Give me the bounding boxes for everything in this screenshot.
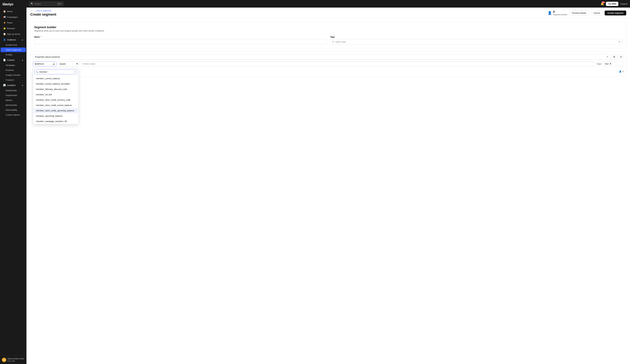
avatar: BA <box>2 358 6 362</box>
dropdown-search-icon: 🔍 <box>36 71 38 73</box>
analytics-section-header[interactable]: 📊 Analytics ▲ <box>1 82 26 88</box>
filter-row: $address1 ▲ equals ▼ Type: Text ▼ <box>33 61 624 66</box>
delete-condition-button[interactable]: 🗑 <box>612 54 617 59</box>
condition-type-select[interactable]: Properties about someone ▼ <box>33 54 610 59</box>
account-info[interactable]: BA Babossa-BBQ GmbH & Co. KG <box>0 356 26 364</box>
sidebar-item-reviews[interactable]: ⭐ Reviews <box>1 26 26 31</box>
audience-icon: 👤 <box>3 38 6 41</box>
search-placeholder: Search <box>35 3 41 5</box>
trash-icon: 🗑 <box>613 55 616 58</box>
field-dropdown: 🔍 ✕ memberr_current_balancememberr_curre… <box>33 68 78 124</box>
sidebar-item-benchmarks[interactable]: Benchmarks <box>1 103 26 107</box>
analytics-icon: 📊 <box>3 84 6 86</box>
notification-badge: 99+ <box>602 1 605 3</box>
operator-chevron-icon: ▼ <box>76 63 78 65</box>
page-header: ← ← Lists & segments Create segment 👤 0 … <box>26 7 630 18</box>
support-button[interactable]: Support <box>620 3 628 5</box>
profiles-count: 0 <box>553 10 567 13</box>
sidebar-item-metrics[interactable]: Metrics <box>1 98 26 102</box>
field-select[interactable]: $address1 ▲ <box>33 61 56 66</box>
sidebar-item-lists-segments[interactable]: Lists & segments <box>1 47 26 52</box>
copy-icon: ⧉ <box>620 55 622 58</box>
type-value: Text <box>605 63 608 65</box>
topbar-right: 🔔 99+ Try SMS Support <box>600 2 628 6</box>
account-name: Babossa-BBQ GmbH & Co. KG <box>8 358 24 362</box>
builder-form-row: Name * Tags 🏷 Select tags ▼ <box>34 36 622 44</box>
profiles-badge-count: 0 <box>622 70 624 73</box>
sidebar-item-products[interactable]: Products <box>1 68 26 72</box>
content-icon: 📄 <box>3 59 6 61</box>
campaigns-icon: 📢 <box>3 16 6 18</box>
dropdown-item[interactable]: memberr_store_credit_currency_code <box>34 97 78 102</box>
sidebar-item-coupons[interactable]: Coupons <box>1 78 26 82</box>
profile-icon: 👤 <box>548 11 552 15</box>
dropdown-search-input[interactable] <box>34 69 77 74</box>
search-box[interactable]: 🔍 Search ⌘ K <box>29 1 64 6</box>
content-area: ← ← Lists & segments Create segment 👤 0 … <box>26 7 630 364</box>
content-section-header[interactable]: 📄 Content ▲ <box>1 57 26 63</box>
analytics-chevron-icon: ▲ <box>22 84 23 86</box>
sidebar-item-signup-forms[interactable]: 📋 Sign-up forms <box>1 31 26 37</box>
dropdown-clear-icon[interactable]: ✕ <box>74 71 76 73</box>
signup-forms-icon: 📋 <box>3 33 6 35</box>
sidebar-item-templates[interactable]: Templates <box>1 63 26 67</box>
value-input[interactable] <box>81 61 596 66</box>
page-title: Create segment <box>30 12 56 16</box>
notification-button[interactable]: 🔔 99+ <box>600 2 604 5</box>
try-sms-button[interactable]: Try SMS <box>606 2 618 6</box>
create-segment-button[interactable]: Create segment <box>605 10 626 15</box>
sidebar-item-profiles[interactable]: Profiles <box>1 52 26 57</box>
segment-profiles-info: 👤 0 Segment profiles <box>548 10 567 16</box>
breadcrumb-text: ← Lists & segments <box>33 9 52 12</box>
dropdown-item[interactable]: memberr_upcoming_balance <box>34 113 78 119</box>
breadcrumb-arrow: ← <box>30 9 32 12</box>
sidebar-item-deliverability[interactable]: Deliverability <box>1 108 26 112</box>
segment-name-input[interactable] <box>34 39 326 44</box>
dropdown-item[interactable]: memberr_store_credit_current_balance <box>34 103 78 108</box>
operator-select[interactable]: equals ▼ <box>58 61 80 66</box>
sidebar-item-flows[interactable]: ⚡ Flows <box>1 20 26 25</box>
profiles-badge-icon: 👤 <box>619 70 622 73</box>
dropdown-item[interactable]: memberr_store_credit_upcoming_balance <box>34 108 78 113</box>
audience-chevron-icon: ▲ <box>22 39 23 41</box>
sidebar-item-growth-tools[interactable]: Growth tools <box>1 43 26 47</box>
condition-footer: ⊕ 👤 0 <box>33 69 624 74</box>
header-left: ← ← Lists & segments Create segment <box>30 9 56 16</box>
flows-icon: ⚡ <box>3 21 6 24</box>
sidebar-item-dashboards[interactable]: Dashboards <box>1 88 26 93</box>
field-value: $address1 <box>35 63 44 65</box>
sidebar-item-images-brand[interactable]: Images & brand <box>1 73 26 77</box>
tags-placeholder: Select tags <box>335 41 346 43</box>
logo[interactable]: klaviyo <box>0 0 26 8</box>
profiles-badge: 👤 0 <box>619 70 624 73</box>
builder-description: Segments allow you to track and analyze … <box>34 29 622 32</box>
tags-select[interactable]: 🏷 Select tags ▼ <box>330 39 622 44</box>
main-area: 🔍 Search ⌘ K 🔔 99+ Try SMS Support ← ← L… <box>26 0 630 364</box>
type-chevron-icon: ▼ <box>610 63 612 65</box>
sidebar-item-campaigns[interactable]: 📢 Campaigns <box>1 14 26 20</box>
sidebar-item-experiments[interactable]: Experiments <box>1 93 26 98</box>
type-label: Type: <box>597 63 602 65</box>
logo-text: klaviyo <box>2 2 13 6</box>
dropdown-item[interactable]: memberr_ref_link <box>34 92 78 97</box>
dropdown-item[interactable]: memberr_campaign_memberr_5€ <box>34 119 78 124</box>
tags-label: Tags <box>330 36 622 38</box>
breadcrumb[interactable]: ← ← Lists & segments <box>30 9 56 12</box>
dropdown-list: memberr_current_balancememberr_current_b… <box>33 76 78 124</box>
sidebar-item-home[interactable]: 🏠 Home <box>1 9 26 14</box>
cancel-button[interactable]: Cancel <box>591 10 603 15</box>
sidebar-item-custom-reports[interactable]: Custom reports <box>1 113 26 117</box>
audience-section-header[interactable]: 👤 Audience ▲ <box>1 37 26 42</box>
home-icon: 🏠 <box>3 10 6 12</box>
dropdown-item[interactable]: memberr_current_balance_formatted <box>34 81 78 86</box>
condition-type-chevron: ▼ <box>606 56 608 58</box>
operator-value: equals <box>60 63 66 65</box>
required-indicator: * <box>40 36 41 38</box>
sidebar: klaviyo 🏠 Home 📢 Campaigns ⚡ Flows ⭐ Rev… <box>0 0 26 364</box>
type-select[interactable]: Text ▼ <box>603 61 624 66</box>
dropdown-item[interactable]: memberr_current_balance <box>34 76 78 81</box>
dropdown-item[interactable]: memberr_february_discount_code <box>34 87 78 92</box>
condition-type-row: Properties about someone ▼ 🗑 ⧉ <box>33 54 624 59</box>
copy-condition-button[interactable]: ⧉ <box>618 54 624 59</box>
preview-details-button[interactable]: Preview details <box>569 10 589 15</box>
